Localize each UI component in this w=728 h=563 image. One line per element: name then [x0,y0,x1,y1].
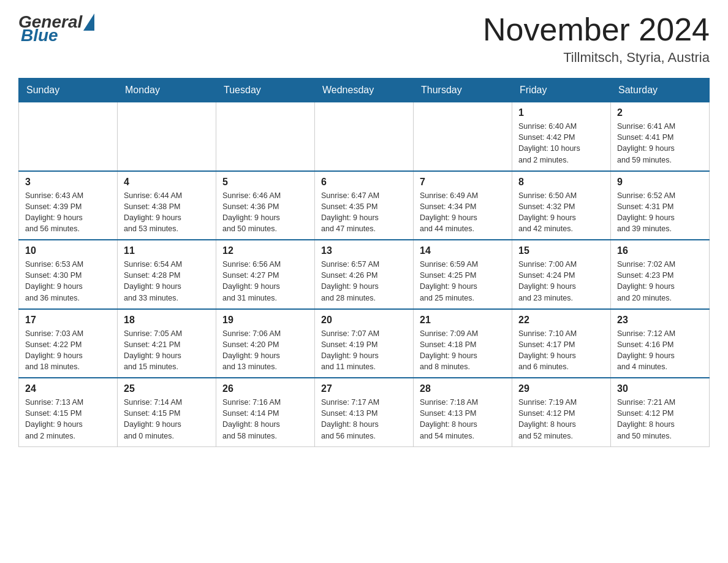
day-info: Sunrise: 6:41 AM Sunset: 4:41 PM Dayligh… [617,121,703,166]
calendar-cell [216,102,315,171]
calendar-cell: 16Sunrise: 7:02 AM Sunset: 4:23 PM Dayli… [611,240,710,309]
calendar-cell: 26Sunrise: 7:16 AM Sunset: 4:14 PM Dayli… [216,378,315,446]
day-number: 3 [25,177,111,188]
calendar-cell: 25Sunrise: 7:14 AM Sunset: 4:15 PM Dayli… [118,378,216,446]
day-info: Sunrise: 6:43 AM Sunset: 4:39 PM Dayligh… [25,190,111,235]
calendar-cell: 1Sunrise: 6:40 AM Sunset: 4:42 PM Daylig… [512,102,611,171]
day-number: 7 [420,177,506,188]
calendar-cell [414,102,512,171]
weekday-header-thursday: Thursday [414,79,512,102]
calendar-cell: 5Sunrise: 6:46 AM Sunset: 4:36 PM Daylig… [216,171,315,240]
week-row-2: 3Sunrise: 6:43 AM Sunset: 4:39 PM Daylig… [19,171,710,240]
calendar-cell: 23Sunrise: 7:12 AM Sunset: 4:16 PM Dayli… [611,309,710,378]
day-info: Sunrise: 7:00 AM Sunset: 4:24 PM Dayligh… [518,259,604,304]
day-info: Sunrise: 7:13 AM Sunset: 4:15 PM Dayligh… [25,397,111,442]
day-info: Sunrise: 6:57 AM Sunset: 4:26 PM Dayligh… [321,259,407,304]
month-title: November 2024 [483,12,710,47]
day-info: Sunrise: 7:17 AM Sunset: 4:13 PM Dayligh… [321,397,407,442]
day-number: 25 [124,383,210,394]
calendar-cell: 13Sunrise: 6:57 AM Sunset: 4:26 PM Dayli… [315,240,414,309]
title-section: November 2024 Tillmitsch, Styria, Austri… [483,12,710,66]
day-info: Sunrise: 6:47 AM Sunset: 4:35 PM Dayligh… [321,190,407,235]
day-info: Sunrise: 7:10 AM Sunset: 4:17 PM Dayligh… [518,328,604,373]
day-number: 13 [321,245,407,256]
weekday-header-wednesday: Wednesday [315,79,414,102]
calendar-cell: 29Sunrise: 7:19 AM Sunset: 4:12 PM Dayli… [512,378,611,446]
day-info: Sunrise: 6:59 AM Sunset: 4:25 PM Dayligh… [420,259,506,304]
weekday-header-saturday: Saturday [611,79,710,102]
day-info: Sunrise: 7:18 AM Sunset: 4:13 PM Dayligh… [420,397,506,442]
calendar-cell [19,102,118,171]
day-info: Sunrise: 6:53 AM Sunset: 4:30 PM Dayligh… [25,259,111,304]
day-info: Sunrise: 7:09 AM Sunset: 4:18 PM Dayligh… [420,328,506,373]
calendar-cell: 14Sunrise: 6:59 AM Sunset: 4:25 PM Dayli… [414,240,512,309]
day-info: Sunrise: 6:49 AM Sunset: 4:34 PM Dayligh… [420,190,506,235]
day-number: 21 [420,315,506,326]
day-info: Sunrise: 7:19 AM Sunset: 4:12 PM Dayligh… [518,397,604,442]
day-number: 23 [617,315,703,326]
day-info: Sunrise: 6:40 AM Sunset: 4:42 PM Dayligh… [518,121,604,166]
calendar-cell: 4Sunrise: 6:44 AM Sunset: 4:38 PM Daylig… [118,171,216,240]
day-number: 10 [25,245,111,256]
day-number: 18 [124,315,210,326]
calendar-cell: 10Sunrise: 6:53 AM Sunset: 4:30 PM Dayli… [19,240,118,309]
day-info: Sunrise: 6:56 AM Sunset: 4:27 PM Dayligh… [222,259,308,304]
calendar-cell: 15Sunrise: 7:00 AM Sunset: 4:24 PM Dayli… [512,240,611,309]
day-info: Sunrise: 7:16 AM Sunset: 4:14 PM Dayligh… [222,397,308,442]
weekday-header-monday: Monday [118,79,216,102]
calendar-cell: 21Sunrise: 7:09 AM Sunset: 4:18 PM Dayli… [414,309,512,378]
calendar-table: SundayMondayTuesdayWednesdayThursdayFrid… [18,78,710,447]
day-number: 4 [124,177,210,188]
day-number: 27 [321,383,407,394]
day-info: Sunrise: 7:21 AM Sunset: 4:12 PM Dayligh… [617,397,703,442]
day-info: Sunrise: 7:03 AM Sunset: 4:22 PM Dayligh… [25,328,111,373]
calendar-cell: 30Sunrise: 7:21 AM Sunset: 4:12 PM Dayli… [611,378,710,446]
day-info: Sunrise: 7:07 AM Sunset: 4:19 PM Dayligh… [321,328,407,373]
day-number: 16 [617,245,703,256]
day-info: Sunrise: 6:54 AM Sunset: 4:28 PM Dayligh… [124,259,210,304]
day-info: Sunrise: 6:44 AM Sunset: 4:38 PM Dayligh… [124,190,210,235]
day-number: 17 [25,315,111,326]
page-header: General Blue November 2024 Tillmitsch, S… [18,12,710,66]
day-number: 30 [617,383,703,394]
day-info: Sunrise: 7:12 AM Sunset: 4:16 PM Dayligh… [617,328,703,373]
calendar-cell: 7Sunrise: 6:49 AM Sunset: 4:34 PM Daylig… [414,171,512,240]
day-number: 14 [420,245,506,256]
day-number: 24 [25,383,111,394]
day-info: Sunrise: 6:50 AM Sunset: 4:32 PM Dayligh… [518,190,604,235]
day-info: Sunrise: 7:05 AM Sunset: 4:21 PM Dayligh… [124,328,210,373]
weekday-header-sunday: Sunday [19,79,118,102]
day-number: 15 [518,245,604,256]
day-number: 19 [222,315,308,326]
logo-blue-text: Blue [21,26,58,45]
day-number: 29 [518,383,604,394]
day-number: 8 [518,177,604,188]
day-number: 20 [321,315,407,326]
week-row-5: 24Sunrise: 7:13 AM Sunset: 4:15 PM Dayli… [19,378,710,446]
day-info: Sunrise: 6:46 AM Sunset: 4:36 PM Dayligh… [222,190,308,235]
day-info: Sunrise: 7:06 AM Sunset: 4:20 PM Dayligh… [222,328,308,373]
calendar-cell: 3Sunrise: 6:43 AM Sunset: 4:39 PM Daylig… [19,171,118,240]
day-info: Sunrise: 7:14 AM Sunset: 4:15 PM Dayligh… [124,397,210,442]
calendar-cell: 9Sunrise: 6:52 AM Sunset: 4:31 PM Daylig… [611,171,710,240]
day-number: 9 [617,177,703,188]
calendar-cell: 6Sunrise: 6:47 AM Sunset: 4:35 PM Daylig… [315,171,414,240]
calendar-cell: 17Sunrise: 7:03 AM Sunset: 4:22 PM Dayli… [19,309,118,378]
calendar-cell: 20Sunrise: 7:07 AM Sunset: 4:19 PM Dayli… [315,309,414,378]
week-row-1: 1Sunrise: 6:40 AM Sunset: 4:42 PM Daylig… [19,102,710,171]
calendar-cell: 18Sunrise: 7:05 AM Sunset: 4:21 PM Dayli… [118,309,216,378]
day-number: 1 [518,107,604,118]
calendar-cell: 22Sunrise: 7:10 AM Sunset: 4:17 PM Dayli… [512,309,611,378]
day-number: 28 [420,383,506,394]
calendar-cell: 2Sunrise: 6:41 AM Sunset: 4:41 PM Daylig… [611,102,710,171]
calendar-cell [118,102,216,171]
week-row-4: 17Sunrise: 7:03 AM Sunset: 4:22 PM Dayli… [19,309,710,378]
weekday-header-row: SundayMondayTuesdayWednesdayThursdayFrid… [19,79,710,102]
week-row-3: 10Sunrise: 6:53 AM Sunset: 4:30 PM Dayli… [19,240,710,309]
day-number: 12 [222,245,308,256]
location-subtitle: Tillmitsch, Styria, Austria [483,50,710,66]
calendar-cell [315,102,414,171]
calendar-cell: 27Sunrise: 7:17 AM Sunset: 4:13 PM Dayli… [315,378,414,446]
calendar-cell: 24Sunrise: 7:13 AM Sunset: 4:15 PM Dayli… [19,378,118,446]
weekday-header-friday: Friday [512,79,611,102]
